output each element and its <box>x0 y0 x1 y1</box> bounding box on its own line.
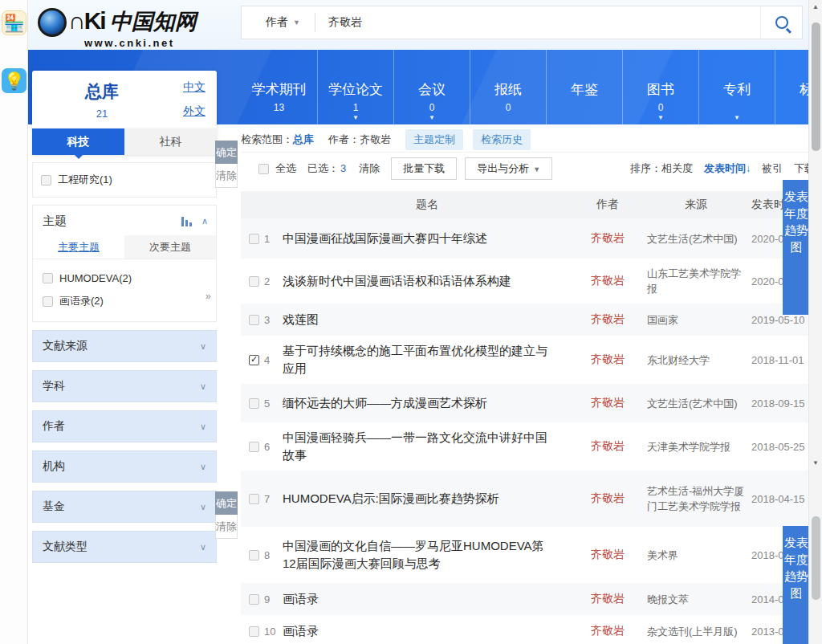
search-input[interactable] <box>315 16 760 29</box>
row-checkbox[interactable] <box>249 398 259 409</box>
bulb-icon[interactable]: 💡 <box>2 68 26 93</box>
topic-tab-次要主题[interactable]: 次要主题 <box>124 235 216 259</box>
lang-link-外文[interactable]: 外文 <box>161 104 206 119</box>
sort-relevance[interactable]: 相关度 <box>661 162 693 174</box>
result-title-link[interactable]: 缅怀远去的大师——方成漫画艺术探析 <box>283 394 572 412</box>
result-source-link[interactable]: 国画家 <box>644 312 748 328</box>
row-number: 6 <box>264 441 270 453</box>
topic-checkbox[interactable] <box>43 273 53 283</box>
filter-panel-基金[interactable]: 基金∨ <box>32 491 217 523</box>
total-library-label[interactable]: 总库 <box>43 80 161 103</box>
nav-tab-图书[interactable]: 图书0▼ <box>622 50 698 124</box>
topic-checkbox[interactable] <box>43 296 53 307</box>
sort-publish-time[interactable]: 发表时间↓ <box>704 161 751 176</box>
filter-panel-作者[interactable]: 作者∨ <box>32 410 217 442</box>
search-button[interactable] <box>760 6 802 39</box>
batch-download-button[interactable]: 批量下载 <box>391 157 457 180</box>
result-author-link[interactable]: 齐敬岩 <box>572 274 644 288</box>
result-title-link[interactable]: 画语录 <box>283 590 572 608</box>
clear-button[interactable]: 清除 <box>215 164 238 188</box>
result-author-link[interactable]: 齐敬岩 <box>572 353 644 367</box>
topic-item[interactable]: 画语录(2) <box>33 289 216 313</box>
row-checkbox[interactable] <box>249 355 259 365</box>
scrollbar-thumb[interactable] <box>812 516 820 600</box>
nav-tab-报纸[interactable]: 报纸0 <box>470 50 546 124</box>
result-source-link[interactable]: 天津美术学院学报 <box>644 439 748 454</box>
export-analyze-button[interactable]: 导出与分析▼ <box>465 157 552 180</box>
select-all-checkbox[interactable] <box>258 164 269 174</box>
result-author-link[interactable]: 齐敬岩 <box>572 231 644 246</box>
result-author-link[interactable]: 齐敬岩 <box>572 548 644 562</box>
category-tab-社科[interactable]: 社科 <box>124 128 217 155</box>
sort-cited[interactable]: 被引 <box>762 161 783 176</box>
result-source-link[interactable]: 山东工艺美术学院学报 <box>644 266 748 296</box>
scope-value[interactable]: 总库 <box>293 132 314 147</box>
result-author-link[interactable]: 齐敬岩 <box>572 624 644 638</box>
row-checkbox[interactable] <box>249 234 259 244</box>
result-title-link[interactable]: 中国漫画轻骑兵——一带一路文化交流中讲好中国故事 <box>283 429 572 464</box>
row-checkbox[interactable] <box>249 550 259 560</box>
clear-selection-link[interactable]: 清除 <box>359 161 380 176</box>
nav-tab-学术期刊[interactable]: 学术期刊13 <box>241 50 317 124</box>
result-title-link[interactable]: 画语录 <box>283 622 572 640</box>
scrollbar-thumb[interactable] <box>812 22 820 151</box>
row-checkbox[interactable] <box>249 276 259 287</box>
nav-tab-学位论文[interactable]: 学位论文1▼ <box>317 50 393 124</box>
filter-label[interactable]: 工程研究(1) <box>58 173 112 187</box>
publish-year-trend-button[interactable]: 发表年度趋势图 <box>783 526 810 644</box>
expand-more-icon[interactable]: » <box>206 290 211 302</box>
result-title-link[interactable]: 中国漫画的文化自信——罗马尼亚HUMODEVA第12届国际漫画大赛回顾与思考 <box>283 537 572 573</box>
result-source-link[interactable]: 美术界 <box>644 548 748 563</box>
result-title-link[interactable]: 基于可持续概念的施工平面布置优化模型的建立与应用 <box>283 342 572 377</box>
row-checkbox[interactable] <box>249 315 259 325</box>
collapse-icon[interactable]: ∧ <box>201 216 208 226</box>
result-source-link[interactable]: 杂文选刊(上半月版) <box>644 624 748 639</box>
topic-tab-主要主题[interactable]: 主要主题 <box>33 235 124 259</box>
store-icon[interactable]: 🏪 <box>2 10 26 35</box>
result-title-link[interactable]: 中国漫画征战国际漫画大赛四十年综述 <box>283 230 572 247</box>
filter-panel-文献类型[interactable]: 文献类型∨ <box>32 531 217 563</box>
filter-panel-文献来源[interactable]: 文献来源∨ <box>32 330 217 362</box>
result-source-link[interactable]: 文艺生活(艺术中国) <box>644 396 748 411</box>
result-author-link[interactable]: 齐敬岩 <box>572 439 644 454</box>
scroll-down-icon[interactable]: ▼ <box>809 459 822 467</box>
filter-panel-学科[interactable]: 学科∨ <box>32 370 217 402</box>
search-field-dropdown[interactable]: 作者 ▼ <box>242 15 315 30</box>
confirm-button[interactable]: 确定 <box>215 491 238 515</box>
row-checkbox[interactable] <box>249 594 259 605</box>
scroll-up-icon[interactable]: ▲ <box>809 3 822 10</box>
confirm-button[interactable]: 确定 <box>215 141 238 164</box>
category-tab-科技[interactable]: 科技 <box>32 128 124 155</box>
nav-tab-专利[interactable]: 专利▼ <box>698 50 775 124</box>
filter-checkbox[interactable] <box>41 175 51 185</box>
topic-custom-button[interactable]: 主题定制 <box>405 129 463 150</box>
bar-chart-icon[interactable] <box>181 217 193 226</box>
result-source-link[interactable]: 东北财经大学 <box>644 353 748 368</box>
publish-year-trend-button[interactable]: 发表年度趋势图 <box>783 180 810 315</box>
filter-panel-机构[interactable]: 机构∨ <box>32 450 217 483</box>
result-author-link[interactable]: 齐敬岩 <box>572 491 644 506</box>
select-all-label[interactable]: 全选 <box>275 161 296 176</box>
result-author-link[interactable]: 齐敬岩 <box>572 396 644 410</box>
result-author-link[interactable]: 齐敬岩 <box>572 312 644 327</box>
result-title-link[interactable]: 戏莲图 <box>283 311 572 328</box>
category-tabs: 科技社科 <box>32 128 217 155</box>
frame-scrollbar[interactable]: ▲ ▼ <box>808 0 822 470</box>
row-checkbox[interactable] <box>249 494 259 504</box>
result-source-link[interactable]: 艺术生活-福州大学厦门工艺美术学院学报 <box>644 483 748 514</box>
result-author-link[interactable]: 齐敬岩 <box>572 592 644 606</box>
row-checkbox[interactable] <box>249 626 259 637</box>
nav-tab-年鉴[interactable]: 年鉴 <box>546 50 622 124</box>
cnki-logo[interactable]: ∩Ki 中国知网 www.cnki.net <box>38 5 197 45</box>
result-title-link[interactable]: HUMODEVA启示:国际漫画比赛趋势探析 <box>283 490 572 507</box>
topic-item[interactable]: HUMODEVA(2) <box>33 267 216 289</box>
search-history-button[interactable]: 检索历史 <box>473 129 531 150</box>
result-title-link[interactable]: 浅谈新时代中国漫画话语权和话语体系构建 <box>283 272 572 290</box>
result-source-link[interactable]: 文艺生活(艺术中国) <box>644 231 748 247</box>
result-source-link[interactable]: 晚报文萃 <box>644 592 748 607</box>
lang-link-中文[interactable]: 中文 <box>161 80 206 95</box>
clear-button[interactable]: 清除 <box>215 515 238 539</box>
row-checkbox[interactable] <box>249 442 259 452</box>
nav-tab-会议[interactable]: 会议0▼ <box>393 50 470 124</box>
page-scrollbar[interactable] <box>808 470 822 644</box>
